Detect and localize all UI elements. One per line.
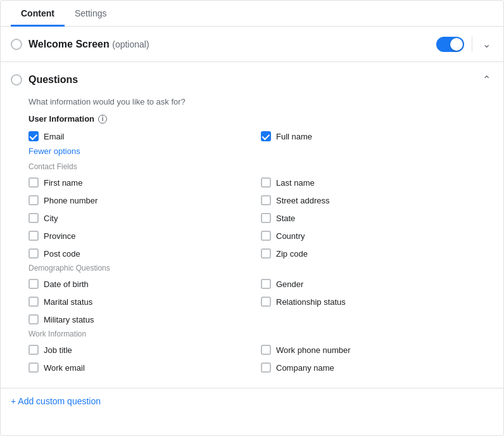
- zip-code-checkbox[interactable]: [261, 248, 271, 259]
- gender-item: Gender: [261, 276, 493, 292]
- post-code-label: Post code: [44, 249, 80, 259]
- welcome-screen-section: Welcome Screen (optional) ⌄: [1, 27, 503, 62]
- questions-radio[interactable]: [11, 74, 22, 86]
- city-item: City: [28, 210, 261, 226]
- last-name-item: Last name: [261, 175, 493, 190]
- full-name-label: Full name: [276, 132, 312, 141]
- work-email-checkbox[interactable]: [28, 362, 39, 373]
- date-of-birth-label: Date of birth: [44, 279, 89, 289]
- first-name-label: First name: [44, 178, 82, 188]
- fewer-options-link[interactable]: Fewer options: [28, 146, 493, 156]
- questions-content-body: What information would you like to ask f…: [1, 97, 503, 388]
- questions-subtitle: What information would you like to ask f…: [28, 97, 493, 106]
- work-email-label: Work email: [44, 363, 85, 373]
- questions-header-left: Questions: [11, 74, 78, 86]
- main-container: Content Settings Welcome Screen (optiona…: [0, 0, 504, 436]
- welcome-screen-chevron-down[interactable]: ⌄: [480, 35, 493, 53]
- city-checkbox[interactable]: [28, 213, 39, 223]
- welcome-screen-radio[interactable]: [11, 39, 22, 50]
- questions-section: Questions ⌃ What information would you l…: [1, 62, 503, 414]
- job-title-item: Job title: [28, 342, 261, 357]
- phone-number-label: Phone number: [44, 196, 98, 205]
- work-phone-number-item: Work phone number: [261, 342, 493, 357]
- gender-checkbox[interactable]: [261, 279, 271, 289]
- military-status-checkbox[interactable]: [28, 314, 39, 324]
- phone-number-item: Phone number: [28, 193, 261, 208]
- work-phone-number-label: Work phone number: [276, 345, 351, 355]
- military-status-label: Military status: [44, 315, 94, 324]
- email-checkbox[interactable]: [28, 131, 39, 141]
- first-name-item: First name: [28, 175, 261, 190]
- province-checkbox[interactable]: [28, 231, 39, 241]
- first-name-checkbox[interactable]: [28, 177, 39, 188]
- military-status-item: Military status: [28, 312, 261, 327]
- welcome-screen-header: Welcome Screen (optional) ⌄: [1, 27, 503, 61]
- tab-content[interactable]: Content: [11, 1, 65, 27]
- contact-fields-grid: First name Last name Phone number Street…: [28, 175, 493, 261]
- last-name-checkbox[interactable]: [261, 177, 271, 188]
- welcome-screen-header-right: ⌄: [436, 35, 493, 53]
- contact-fields-label: Contact Fields: [28, 162, 493, 171]
- country-item: Country: [261, 228, 493, 243]
- post-code-checkbox[interactable]: [28, 248, 39, 259]
- work-information-grid: Job title Work phone number Work email C…: [28, 342, 493, 375]
- demographic-questions-grid: Date of birth Gender Marital status Rela…: [28, 276, 493, 327]
- state-checkbox[interactable]: [261, 213, 271, 223]
- work-email-item: Work email: [28, 360, 261, 375]
- user-information-fields: Email Full name: [28, 129, 493, 144]
- tab-settings[interactable]: Settings: [65, 1, 117, 27]
- phone-number-checkbox[interactable]: [28, 195, 39, 205]
- header-divider: [472, 37, 472, 52]
- city-label: City: [44, 214, 58, 223]
- welcome-screen-title: Welcome Screen: [28, 39, 110, 49]
- user-information-label: User Information i: [28, 114, 493, 124]
- full-name-field-item: Full name: [261, 129, 493, 144]
- work-information-label: Work Information: [28, 330, 493, 338]
- job-title-checkbox[interactable]: [28, 345, 39, 355]
- state-label: State: [276, 214, 295, 223]
- relationship-status-label: Relationship status: [276, 297, 346, 307]
- relationship-status-item: Relationship status: [261, 294, 493, 309]
- toggle-knob: [450, 38, 463, 51]
- company-name-checkbox[interactable]: [261, 362, 271, 373]
- zip-code-item: Zip code: [261, 246, 493, 261]
- relationship-status-checkbox[interactable]: [261, 297, 271, 307]
- welcome-screen-toggle[interactable]: [436, 37, 464, 52]
- zip-code-label: Zip code: [276, 249, 308, 259]
- email-label: Email: [44, 132, 65, 141]
- post-code-item: Post code: [28, 246, 261, 261]
- company-name-label: Company name: [276, 363, 334, 373]
- country-checkbox[interactable]: [261, 231, 271, 241]
- gender-label: Gender: [276, 279, 303, 289]
- welcome-screen-optional: (optional): [112, 39, 149, 49]
- last-name-label: Last name: [276, 178, 315, 188]
- street-address-checkbox[interactable]: [261, 195, 271, 205]
- welcome-screen-header-left: Welcome Screen (optional): [11, 39, 149, 50]
- date-of-birth-item: Date of birth: [28, 276, 261, 292]
- questions-header: Questions ⌃: [1, 62, 503, 97]
- street-address-label: Street address: [276, 196, 330, 205]
- questions-title: Questions: [28, 74, 78, 86]
- add-custom-question-link[interactable]: + Add custom question: [1, 388, 503, 414]
- job-title-label: Job title: [44, 345, 72, 355]
- full-name-checkbox[interactable]: [261, 131, 271, 141]
- questions-chevron-up[interactable]: ⌃: [480, 71, 493, 88]
- country-label: Country: [276, 231, 305, 241]
- province-label: Province: [44, 231, 76, 241]
- demographic-questions-label: Demographic Questions: [28, 264, 493, 272]
- marital-status-item: Marital status: [28, 294, 261, 309]
- street-address-item: Street address: [261, 193, 493, 208]
- company-name-item: Company name: [261, 360, 493, 375]
- email-field-item: Email: [28, 129, 261, 144]
- province-item: Province: [28, 228, 261, 243]
- marital-status-checkbox[interactable]: [28, 297, 39, 307]
- tabs-bar: Content Settings: [1, 1, 503, 27]
- date-of-birth-checkbox[interactable]: [28, 279, 39, 289]
- marital-status-label: Marital status: [44, 297, 92, 307]
- state-item: State: [261, 210, 493, 226]
- work-phone-number-checkbox[interactable]: [261, 345, 271, 355]
- user-information-info-icon[interactable]: i: [98, 115, 107, 124]
